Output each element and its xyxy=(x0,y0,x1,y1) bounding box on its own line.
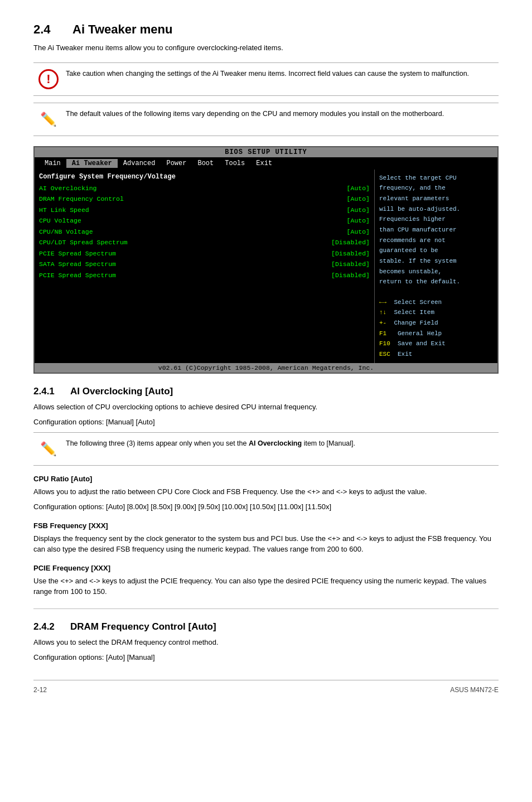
section-divider xyxy=(33,608,499,609)
bios-menu-main[interactable]: Main xyxy=(39,159,66,168)
bios-row-cpu-nb-voltage: CPU/NB Voltage [Auto] xyxy=(39,226,370,238)
bios-label-cpu-voltage: CPU Voltage xyxy=(39,215,81,226)
subsection-num-2-4-1: 2.4.1 xyxy=(33,386,61,397)
bios-value-pcie-spread2: [Disabled] xyxy=(331,270,370,281)
bios-label-ht-link: HT Link Speed xyxy=(39,205,89,216)
bios-help-line-9: stable. If the system xyxy=(379,256,493,267)
bios-key-save-exit: F10 Save and Exit xyxy=(379,339,493,349)
notice-caution-text: Take caution when changing the settings … xyxy=(66,69,469,79)
bios-help-line-1: Select the target CPU xyxy=(379,173,493,183)
subsection-title-text-2-4-1: AI Overclocking [Auto] xyxy=(70,386,173,397)
bios-menu-advanced[interactable]: Advanced xyxy=(118,159,161,168)
bios-key-select-screen: ←→ Select Screen xyxy=(379,297,493,308)
bios-key-general-help: F1 General Help xyxy=(379,328,493,339)
bios-row-cpu-ldt-spread: CPU/LDT Spread Spectrum [Disabled] xyxy=(39,237,370,248)
bios-row-pcie-spread: PCIE Spread Spectrum [Disabled] xyxy=(39,248,370,259)
bios-row-dram-freq: DRAM Frequency Control [Auto] xyxy=(39,194,370,205)
bios-value-cpu-voltage: [Auto] xyxy=(347,215,370,226)
bios-row-cpu-voltage: CPU Voltage [Auto] xyxy=(39,215,370,226)
bios-value-cpu-ldt-spread: [Disabled] xyxy=(331,237,370,248)
subsubsection-fsb-freq: FSB Frequency [XXX] xyxy=(33,521,499,530)
bios-menu-boot[interactable]: Boot xyxy=(192,159,219,168)
page-footer-right: ASUS M4N72-E xyxy=(450,686,499,694)
bios-footer: v02.61 (C)Copyright 1985-2008, American … xyxy=(35,363,497,373)
sub241-config: Configuration options: [Manual] [Auto] xyxy=(33,417,499,428)
bios-help-line-2: frequency, and the xyxy=(379,183,493,194)
bios-left-panel: Configure System Frequency/Voltage AI Ov… xyxy=(35,170,375,363)
pencil-icon: ✏️ xyxy=(38,109,59,129)
bios-content: Configure System Frequency/Voltage AI Ov… xyxy=(35,170,497,363)
subsection-title-2-4-2: 2.4.2 DRAM Frequency Control [Auto] xyxy=(33,621,499,632)
cpu-ratio-desc: Allows you to adjust the ratio between C… xyxy=(33,486,499,497)
subsection-num-2-4-2: 2.4.2 xyxy=(33,621,61,632)
pcie-freq-desc: Use the <+> and <-> keys to adjust the P… xyxy=(33,576,499,597)
bios-help-line-5: Frequencies higher xyxy=(379,214,493,225)
bios-menu-ai-tweaker[interactable]: Ai Tweaker xyxy=(66,159,118,168)
subsection-title-2-4-1: 2.4.1 AI Overclocking [Auto] xyxy=(33,386,499,397)
bios-help-line-6: than CPU manufacturer xyxy=(379,225,493,235)
bios-title-bar: BIOS SETUP UTILITY xyxy=(35,147,497,157)
bios-help-line-4: will be auto-adjusted. xyxy=(379,204,493,215)
bios-label-ai-oc: AI Overclocking xyxy=(39,183,97,194)
bios-label-pcie-spread: PCIE Spread Spectrum xyxy=(39,248,116,259)
bios-help-line-10: becomes unstable, xyxy=(379,267,493,277)
bios-key-esc: ESC Exit xyxy=(379,349,493,360)
bios-screen: BIOS SETUP UTILITY Main Ai Tweaker Advan… xyxy=(33,146,499,374)
fsb-freq-desc: Displays the frequency sent by the clock… xyxy=(33,533,499,555)
sub241-notice-box: ✏️ The following three (3) items appear … xyxy=(33,432,499,466)
exclamation-icon: ! xyxy=(38,69,59,89)
bios-menu-exit[interactable]: Exit xyxy=(250,159,278,168)
sub241-notice-text: The following three (3) items appear onl… xyxy=(66,438,355,449)
sub241-desc: Allows selection of CPU overclocking opt… xyxy=(33,402,499,413)
notice-note-box: ✏️ The default values of the following i… xyxy=(33,103,499,136)
subsection-title-text-2-4-2: DRAM Frequency Control [Auto] xyxy=(70,621,216,632)
bios-value-pcie-spread: [Disabled] xyxy=(331,248,370,259)
notice-note-text: The default values of the following item… xyxy=(66,109,444,119)
sub241-note-icon: ✏️ xyxy=(38,438,59,460)
subsubsection-pcie-freq: PCIE Frequency [XXX] xyxy=(33,564,499,572)
bios-help-line-3: relevant parameters xyxy=(379,194,493,204)
bios-menu-tools[interactable]: Tools xyxy=(219,159,250,168)
bios-label-cpu-nb-voltage: CPU/NB Voltage xyxy=(39,226,93,238)
sub241-notice-bold: AI Overclocking xyxy=(249,439,302,447)
bios-menu-bar: Main Ai Tweaker Advanced Power Boot Tool… xyxy=(35,157,497,170)
bios-help-line-11: return to the default. xyxy=(379,277,493,287)
bios-value-cpu-nb-voltage: [Auto] xyxy=(347,226,370,238)
note-icon: ✏️ xyxy=(38,109,59,130)
section-2-4-intro: The Ai Tweaker menu items allow you to c… xyxy=(33,42,499,54)
page-footer-left: 2-12 xyxy=(33,686,47,694)
bios-label-pcie-spread2: PCIE Spread Spectrum xyxy=(39,270,116,281)
bios-label-dram-freq: DRAM Frequency Control xyxy=(39,194,124,205)
notice-caution-box: ! Take caution when changing the setting… xyxy=(33,62,499,96)
page-footer: 2-12 ASUS M4N72-E xyxy=(33,680,499,694)
bios-key-change-field: +- Change Field xyxy=(379,318,493,328)
bios-value-ht-link: [Auto] xyxy=(347,205,370,216)
bios-value-dram-freq: [Auto] xyxy=(347,194,370,205)
sub242-config: Configuration options: [Auto] [Manual] xyxy=(33,652,499,663)
bios-row-ht-link: HT Link Speed [Auto] xyxy=(39,205,370,216)
bios-right-panel: Select the target CPU frequency, and the… xyxy=(375,170,497,363)
bios-help-line-8: guaranteed to be xyxy=(379,245,493,256)
subsubsection-cpu-ratio: CPU Ratio [Auto] xyxy=(33,475,499,483)
bios-row-ai-overclocking: AI Overclocking [Auto] xyxy=(39,183,370,194)
bios-label-sata-spread: SATA Spread Spectrum xyxy=(39,259,116,270)
bios-value-ai-oc: [Auto] xyxy=(347,183,370,194)
bios-key-select-item: ↑↓ Select Item xyxy=(379,307,493,318)
bios-label-cpu-ldt-spread: CPU/LDT Spread Spectrum xyxy=(39,237,128,248)
section-title-text-2-4: Ai Tweaker menu xyxy=(72,22,172,37)
sub242-desc: Allows you to select the DRAM frequency … xyxy=(33,637,499,648)
bios-row-pcie-spread2: PCIE Spread Spectrum [Disabled] xyxy=(39,270,370,281)
bios-help-line-7: recommends are not xyxy=(379,235,493,246)
sub241-pencil-icon: ✏️ xyxy=(38,439,59,459)
cpu-ratio-config: Configuration options: [Auto] [8.00x] [8… xyxy=(33,501,499,513)
section-num-2-4: 2.4 xyxy=(33,22,61,37)
bios-value-sata-spread: [Disabled] xyxy=(331,259,370,270)
bios-section-header: Configure System Frequency/Voltage xyxy=(39,173,370,181)
bios-row-sata-spread: SATA Spread Spectrum [Disabled] xyxy=(39,259,370,270)
caution-icon: ! xyxy=(38,69,59,90)
bios-menu-power[interactable]: Power xyxy=(161,159,192,168)
section-title-2-4: 2.4 Ai Tweaker menu xyxy=(33,22,499,37)
